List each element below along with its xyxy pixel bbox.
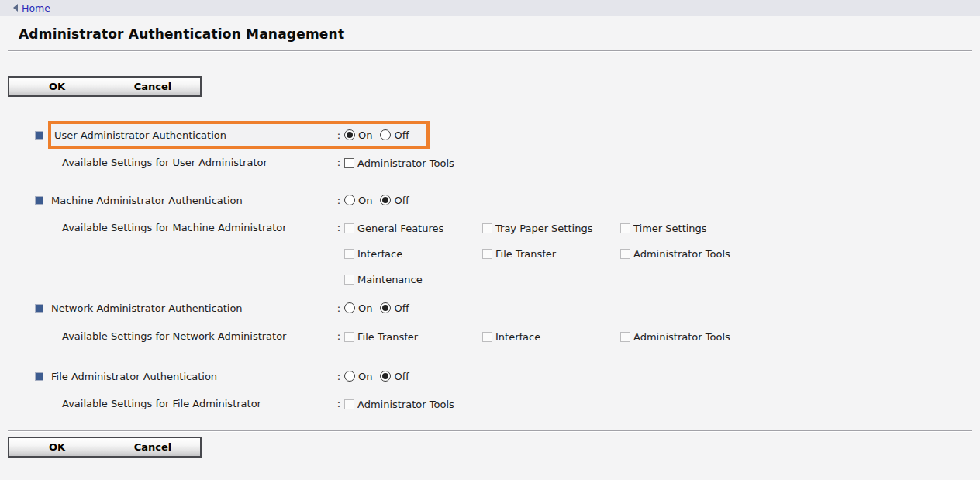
- checkbox[interactable]: [344, 399, 354, 409]
- section-label: User Administrator Authentication: [54, 129, 333, 141]
- home-link[interactable]: Home: [13, 2, 50, 14]
- radio-on-label: On: [358, 195, 372, 206]
- cancel-button[interactable]: Cancel: [105, 438, 200, 456]
- checkbox[interactable]: [482, 249, 492, 259]
- radio-on[interactable]: [344, 129, 355, 140]
- section-bullet-icon: [35, 131, 43, 140]
- checkbox-label: General Features: [357, 223, 443, 234]
- checkbox-label: Tray Paper Settings: [495, 223, 592, 234]
- radio-on-label: On: [358, 302, 372, 314]
- checkbox-grid: File Transfer Interface Administrator To…: [344, 329, 767, 344]
- checkbox-option[interactable]: Interface: [482, 329, 620, 344]
- checkbox-option[interactable]: Maintenance: [344, 271, 482, 287]
- radio-on[interactable]: [344, 195, 355, 205]
- checkbox[interactable]: [344, 158, 354, 168]
- radio-off[interactable]: [380, 129, 391, 140]
- checkbox[interactable]: [620, 223, 630, 233]
- checkbox-grid: Administrator Tools: [344, 396, 767, 412]
- colon-separator: :: [333, 302, 344, 314]
- top-button-group: OK Cancel: [8, 76, 202, 97]
- section-bullet-icon: [35, 304, 43, 313]
- network-admin-auth-radio-group: On Off: [344, 302, 417, 314]
- radio-on[interactable]: [344, 371, 355, 382]
- radio-off[interactable]: [380, 302, 391, 313]
- checkbox-label: Administrator Tools: [633, 248, 730, 260]
- checkbox-label: Administrator Tools: [357, 399, 454, 410]
- checkbox[interactable]: [344, 275, 354, 285]
- section-label: Machine Administrator Authentication: [51, 195, 333, 206]
- cancel-button[interactable]: Cancel: [105, 78, 200, 95]
- checkbox-label: File Transfer: [357, 331, 418, 343]
- checkbox-option[interactable]: Administrator Tools: [620, 246, 758, 261]
- available-settings-label: Available Settings for User Administrato…: [62, 155, 333, 171]
- user-admin-auth-radio-group: On Off: [344, 129, 417, 141]
- checkbox-label: File Transfer: [495, 248, 556, 260]
- available-settings-user-admin: Available Settings for User Administrato…: [0, 155, 980, 171]
- radio-off-label: Off: [394, 129, 409, 141]
- radio-off-label: Off: [394, 302, 409, 314]
- radio-on-label: On: [358, 371, 372, 382]
- highlight-box: User Administrator Authentication : On O…: [48, 121, 430, 149]
- back-arrow-icon: [13, 4, 18, 12]
- available-settings-network-admin: Available Settings for Network Administr…: [0, 329, 980, 344]
- checkbox[interactable]: [344, 249, 354, 259]
- section-machine-admin: Machine Administrator Authentication : O…: [0, 192, 980, 209]
- checkbox-label: Interface: [495, 331, 540, 343]
- ok-button[interactable]: OK: [9, 78, 105, 95]
- section-label: File Administrator Authentication: [51, 371, 333, 382]
- available-settings-label: Available Settings for Network Administr…: [62, 329, 333, 344]
- available-settings-label: Available Settings for File Administrato…: [62, 396, 333, 412]
- checkbox-grid: Administrator Tools: [344, 155, 767, 171]
- radio-off[interactable]: [380, 371, 391, 382]
- ok-button[interactable]: OK: [9, 438, 105, 456]
- top-nav-bar: Home: [0, 0, 980, 16]
- checkbox[interactable]: [344, 332, 354, 342]
- page-title: Administrator Authentication Management: [19, 26, 980, 42]
- checkbox-label: Timer Settings: [633, 223, 707, 234]
- checkbox-option[interactable]: Administrator Tools: [344, 396, 482, 412]
- colon-separator: :: [333, 371, 344, 382]
- colon-separator: :: [333, 396, 344, 412]
- checkbox-option[interactable]: File Transfer: [344, 329, 482, 344]
- checkbox-option[interactable]: Administrator Tools: [620, 329, 758, 344]
- checkbox-label: Maintenance: [357, 274, 423, 285]
- title-divider: [8, 50, 972, 52]
- checkbox[interactable]: [620, 332, 630, 342]
- colon-separator: :: [333, 129, 344, 141]
- checkbox-option[interactable]: Timer Settings: [620, 220, 758, 236]
- radio-off-label: Off: [394, 195, 409, 206]
- radio-on[interactable]: [344, 302, 355, 313]
- checkbox[interactable]: [482, 223, 492, 233]
- file-admin-auth-radio-group: On Off: [344, 371, 417, 382]
- checkbox-option[interactable]: Interface: [344, 246, 482, 261]
- colon-separator: :: [333, 195, 344, 206]
- available-settings-machine-admin: Available Settings for Machine Administr…: [0, 220, 980, 287]
- checkbox-option[interactable]: General Features: [344, 220, 482, 236]
- checkbox-option[interactable]: Administrator Tools: [344, 155, 482, 171]
- section-bullet-icon: [35, 372, 43, 381]
- available-settings-file-admin: Available Settings for File Administrato…: [0, 396, 980, 412]
- checkbox-option[interactable]: File Transfer: [482, 246, 620, 261]
- home-link-label: Home: [22, 2, 50, 14]
- checkbox-label: Interface: [357, 248, 402, 260]
- available-settings-label: Available Settings for Machine Administr…: [62, 220, 333, 236]
- section-label: Network Administrator Authentication: [51, 302, 333, 314]
- bottom-button-group: OK Cancel: [8, 437, 202, 458]
- checkbox-grid: General Features Tray Paper Settings Tim…: [344, 220, 767, 287]
- radio-off[interactable]: [380, 195, 391, 205]
- machine-admin-auth-radio-group: On Off: [344, 195, 417, 206]
- colon-separator: :: [333, 220, 344, 236]
- radio-off-label: Off: [394, 371, 409, 382]
- colon-separator: :: [333, 329, 344, 344]
- checkbox[interactable]: [482, 332, 492, 342]
- section-file-admin: File Administrator Authentication : On O…: [0, 368, 980, 385]
- section-user-admin: User Administrator Authentication : On O…: [0, 121, 980, 149]
- section-bullet-icon: [35, 196, 43, 205]
- section-network-admin: Network Administrator Authentication : O…: [0, 299, 980, 316]
- bottom-divider: [8, 430, 972, 432]
- checkbox[interactable]: [620, 249, 630, 259]
- checkbox[interactable]: [344, 223, 354, 233]
- checkbox-option[interactable]: Tray Paper Settings: [482, 220, 620, 236]
- radio-on-label: On: [358, 129, 372, 141]
- checkbox-label: Administrator Tools: [357, 157, 454, 169]
